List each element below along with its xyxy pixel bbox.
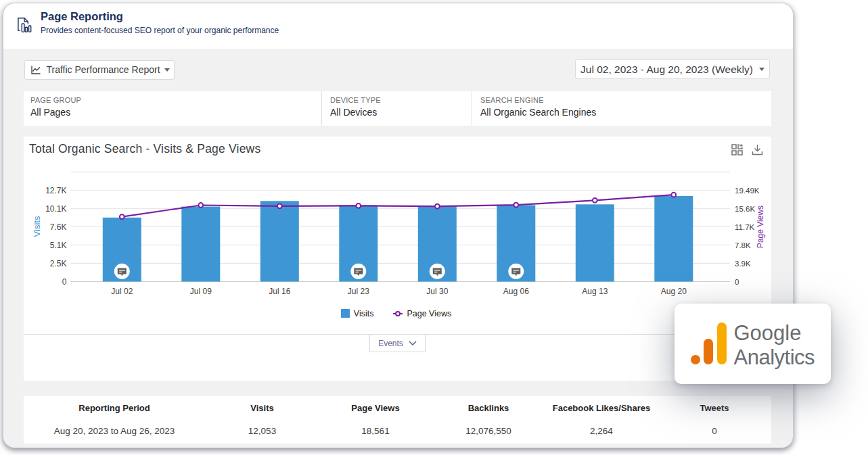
svg-text:Jul 09: Jul 09 <box>190 287 212 296</box>
svg-text:0: 0 <box>62 277 67 287</box>
svg-text:Aug 13: Aug 13 <box>582 287 608 296</box>
svg-text:Jul 16: Jul 16 <box>269 287 290 296</box>
svg-text:Jul 23: Jul 23 <box>348 287 369 296</box>
svg-text:Google: Google <box>734 321 802 345</box>
svg-text:11.7K: 11.7K <box>735 223 755 231</box>
svg-text:0: 0 <box>735 278 739 286</box>
svg-text:Aug 06: Aug 06 <box>503 287 529 296</box>
svg-text:10.1K: 10.1K <box>45 204 66 214</box>
svg-text:19.49K: 19.49K <box>735 187 760 195</box>
svg-text:2.5K: 2.5K <box>50 259 67 268</box>
svg-text:5.1K: 5.1K <box>50 241 67 250</box>
svg-text:Jul 30: Jul 30 <box>426 287 448 296</box>
svg-text:15.6K: 15.6K <box>735 205 755 213</box>
svg-text:7.6K: 7.6K <box>50 222 67 232</box>
svg-text:7.8K: 7.8K <box>735 241 751 249</box>
svg-text:3.9K: 3.9K <box>735 260 751 268</box>
svg-text:12.7K: 12.7K <box>45 186 66 195</box>
svg-text:Analytics: Analytics <box>734 345 815 369</box>
svg-text:Page Views: Page Views <box>756 206 765 248</box>
svg-text:Aug 20: Aug 20 <box>661 287 687 296</box>
svg-text:Jul 02: Jul 02 <box>111 287 133 296</box>
svg-text:Visits: Visits <box>32 216 42 237</box>
